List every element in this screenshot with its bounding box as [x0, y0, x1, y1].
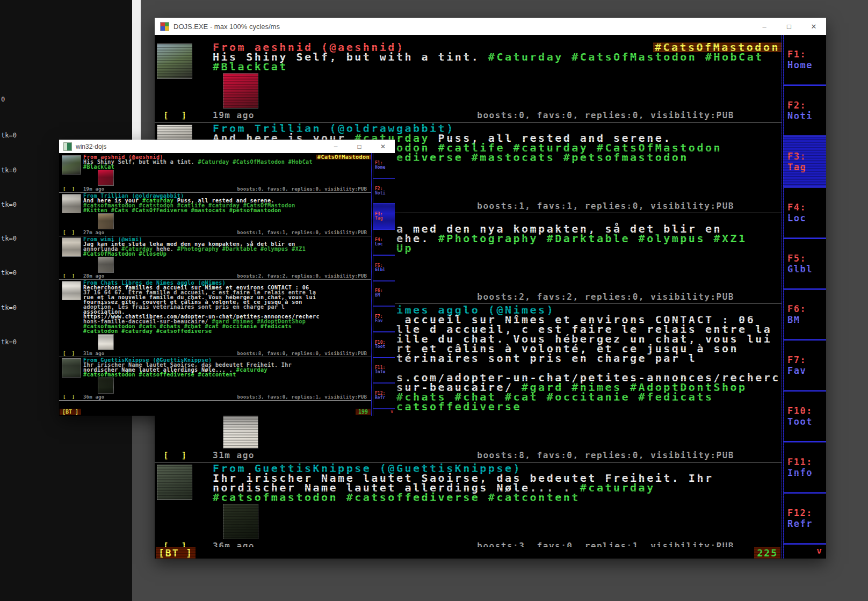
small-dos-screen: From aeshnid (@aeshnid)#CatsOfMastodonHi… — [59, 153, 395, 416]
fkey-label: BM — [787, 314, 826, 325]
fkey-toot[interactable]: F10:Toot — [373, 332, 395, 358]
post-body: And here is your #caturday Puss, all res… — [83, 198, 371, 213]
avatar-image[interactable] — [62, 358, 81, 378]
win32-dojs-app-icon — [63, 142, 72, 151]
post-footer: [ ]19m agoboosts:0, favs:0, replies:0, v… — [59, 186, 371, 192]
fkey-tag[interactable]: F3:Tag — [784, 137, 826, 188]
post-item[interactable]: From GuettisKnippse (@GuettisKnippse)Ihr… — [155, 462, 782, 547]
minimize-button[interactable]: – — [752, 18, 777, 35]
fkey-label: Info — [375, 370, 395, 374]
post-stats: boosts:8, favs:0, replies:0, visibility:… — [237, 351, 367, 356]
fkey-fav[interactable]: F7:Fav — [784, 341, 826, 392]
fkey-noti[interactable]: F2:Noti — [373, 179, 395, 205]
post-body: Ihr irischer Name lautet Saoirse, das be… — [83, 363, 371, 377]
select-brackets[interactable]: [ ] — [63, 394, 75, 400]
fkey-noti[interactable]: F2:Noti — [784, 86, 826, 137]
scroll-down-indicator: v — [784, 545, 826, 559]
timeline: From aeshnid (@aeshnid)#CatsOfMastodonHi… — [59, 153, 371, 408]
post-stats: boosts:3, favs:0, replies:1, visibility:… — [477, 541, 734, 547]
main-titlebar[interactable]: DOJS.EXE - max 100% cycles/ms – □ ✕ — [155, 18, 826, 35]
fkey-number: F11: — [787, 457, 826, 467]
fkey-loc[interactable]: F4:Loc — [784, 188, 826, 239]
small-window-title: win32-dojs — [76, 143, 106, 150]
avatar-image[interactable] — [62, 237, 81, 257]
post-footer: [ ]31m agoboosts:8, favs:0, replies:0, v… — [155, 450, 782, 462]
fkey-bm[interactable]: F6:BM — [373, 281, 395, 307]
toot-counter: 199 — [356, 409, 371, 415]
main-window-title: DOJS.EXE - max 100% cycles/ms — [173, 23, 280, 31]
post-item[interactable]: From Chats Libres de Nimes agglo (@Nimes… — [59, 280, 371, 357]
fkey-number: F5: — [787, 253, 826, 264]
maximize-button[interactable]: □ — [777, 18, 801, 35]
select-brackets[interactable]: [ ] — [63, 186, 75, 192]
fkey-number: F1: — [787, 49, 826, 60]
post-stats: boosts:2, favs:2, replies:0, visibility:… — [477, 292, 734, 302]
bt-indicator: [BT ] — [60, 409, 81, 415]
avatar-image[interactable] — [62, 194, 81, 213]
post-timestamp: 31m ago — [83, 351, 104, 356]
attachment-image[interactable] — [98, 170, 114, 186]
fkey-info[interactable]: F11:Info — [784, 443, 826, 494]
post-stats: boosts:3, favs:0, replies:1, visibility:… — [237, 394, 367, 400]
avatar-image[interactable] — [62, 155, 81, 175]
fkey-label: Loc — [787, 213, 826, 223]
fkey-home[interactable]: F1:Home — [784, 35, 826, 86]
fkey-loc[interactable]: F4:Loc — [373, 230, 395, 256]
attachment-image[interactable] — [223, 504, 258, 539]
post-body: His Shiny Self, but with a tint. #Caturd… — [83, 160, 371, 169]
post-timestamp: 19m ago — [83, 186, 104, 192]
post-item[interactable]: From wimi (@wimi)Jag kan inte sluta leka… — [59, 236, 371, 280]
post-item[interactable]: From aeshnid (@aeshnid)#CatsOfMastodonHi… — [155, 41, 782, 122]
fkey-info[interactable]: F11:Info — [373, 358, 395, 384]
post-footer: [ ]19m agoboosts:0, favs:0, replies:0, v… — [155, 110, 782, 122]
close-button[interactable]: ✕ — [801, 18, 826, 35]
attachment-image[interactable] — [98, 378, 114, 394]
fkey-glbl[interactable]: F5:Glbl — [373, 256, 395, 281]
maximize-button[interactable]: □ — [348, 140, 371, 153]
fkey-label: Tag — [375, 216, 395, 221]
fkey-fav[interactable]: F7:Fav — [373, 307, 395, 332]
post-stats: boosts:2, favs:2, replies:0, visibility:… — [237, 273, 367, 279]
post-item[interactable]: From Trillian (@oldrawgabbit)And here is… — [59, 193, 371, 236]
fkey-label: Loc — [375, 242, 395, 247]
fkey-number: F7: — [787, 354, 826, 365]
post-text-block: From GuettisKnippse (@GuettisKnippse)Ihr… — [83, 358, 371, 394]
avatar-image[interactable] — [157, 465, 192, 500]
fkey-label: Glbl — [375, 268, 395, 272]
attachment-image[interactable] — [98, 213, 114, 229]
bt-indicator: [BT ] — [156, 547, 196, 559]
fkey-home[interactable]: F1:Home — [373, 153, 395, 179]
select-brackets[interactable]: [ ] — [163, 110, 187, 120]
fkey-bm[interactable]: F6:BM — [784, 290, 826, 341]
fkey-tag[interactable]: F3:Tag — [373, 204, 395, 230]
small-titlebar[interactable]: win32-dojs – □ ✕ — [59, 140, 395, 153]
select-brackets[interactable]: [ ] — [63, 273, 75, 279]
fkey-refr[interactable]: F12:Refr — [373, 383, 395, 409]
attachment-image[interactable] — [223, 413, 258, 448]
post-item[interactable]: From GuettisKnippse (@GuettisKnippse)Ihr… — [59, 357, 371, 401]
post-item[interactable]: From aeshnid (@aeshnid)#CatsOfMastodonHi… — [59, 154, 371, 193]
fkey-label: Refr — [787, 518, 826, 529]
select-brackets[interactable]: [ ] — [63, 230, 75, 235]
avatar-image[interactable] — [157, 44, 192, 79]
minimize-button[interactable]: – — [324, 140, 348, 153]
fkey-number: F6: — [787, 303, 826, 314]
select-brackets[interactable]: [ ] — [163, 450, 187, 460]
select-brackets[interactable]: [ ] — [163, 541, 187, 547]
avatar-image[interactable] — [62, 281, 81, 300]
attachment-image[interactable] — [98, 334, 114, 350]
post-text-block: From aeshnid (@aeshnid)#CatsOfMastodonHi… — [213, 42, 782, 108]
window-controls: – □ ✕ — [752, 18, 826, 35]
close-button[interactable]: ✕ — [371, 140, 395, 153]
post-footer: [ ]36m agoboosts:3, favs:0, replies:1, v… — [155, 541, 782, 547]
fkey-toot[interactable]: F10:Toot — [784, 392, 826, 443]
fkey-refr[interactable]: F12:Refr — [784, 494, 826, 545]
attachment-image[interactable] — [98, 257, 114, 273]
post-stats: boosts:8, favs:0, replies:0, visibility:… — [477, 450, 734, 460]
select-brackets[interactable]: [ ] — [63, 351, 75, 356]
post-stats: boosts:1, favs:1, replies:0, visibility:… — [237, 230, 367, 235]
fkey-glbl[interactable]: F5:Glbl — [784, 239, 826, 290]
attachment-image[interactable] — [223, 73, 258, 108]
fkey-sidebar: F1:HomeF2:NotiF3:TagF4:LocF5:GlblF6:BMF7… — [782, 35, 826, 559]
post-timestamp: 36m ago — [83, 394, 104, 400]
